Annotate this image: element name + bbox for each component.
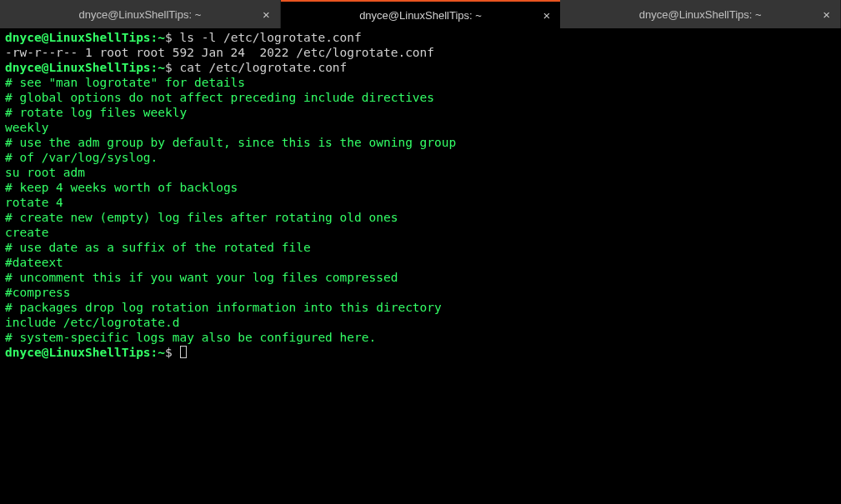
prompt-user-host: dnyce@LinuxShellTips xyxy=(5,61,151,74)
tab-title: dnyce@LinuxShellTips: ~ xyxy=(560,8,840,21)
file-content-block: # see "man logrotate" for details # glob… xyxy=(5,75,836,345)
file-line: # rotate log files weekly xyxy=(5,105,836,120)
file-line: #compress xyxy=(5,285,836,300)
tab-title: dnyce@LinuxShellTips: ~ xyxy=(0,8,280,21)
command-text xyxy=(173,61,180,74)
prompt-path: ~ xyxy=(158,61,165,74)
close-icon[interactable]: × xyxy=(542,7,553,23)
tab-bar: dnyce@LinuxShellTips: ~ × dnyce@LinuxShe… xyxy=(0,0,841,28)
prompt-line-2: dnyce@LinuxShellTips:~$ cat /etc/logrota… xyxy=(5,60,836,75)
tab-3[interactable]: dnyce@LinuxShellTips: ~ × xyxy=(560,0,841,28)
tab-2[interactable]: dnyce@LinuxShellTips: ~ × xyxy=(281,0,561,28)
file-line: rotate 4 xyxy=(5,195,836,210)
prompt-line-1: dnyce@LinuxShellTips:~$ ls -l /etc/logro… xyxy=(5,30,836,45)
tab-title: dnyce@LinuxShellTips: ~ xyxy=(281,9,561,22)
prompt-path: ~ xyxy=(158,346,165,359)
file-line: # see "man logrotate" for details xyxy=(5,75,836,90)
prompt-path: ~ xyxy=(158,31,165,44)
command-text xyxy=(173,31,180,44)
close-icon[interactable]: × xyxy=(821,7,832,22)
tab-1[interactable]: dnyce@LinuxShellTips: ~ × xyxy=(0,0,281,28)
prompt-line-3: dnyce@LinuxShellTips:~$ xyxy=(5,345,836,360)
file-line: weekly xyxy=(5,120,836,135)
file-line: # keep 4 weeks worth of backlogs xyxy=(5,180,836,195)
prompt-symbol: $ xyxy=(165,31,173,44)
close-icon[interactable]: × xyxy=(261,7,272,22)
ls-output: -rw-r--r-- 1 root root 592 Jan 24 2022 /… xyxy=(5,45,836,60)
terminal-body[interactable]: dnyce@LinuxShellTips:~$ ls -l /etc/logro… xyxy=(0,28,841,362)
file-line: # create new (empty) log files after rot… xyxy=(5,210,836,225)
prompt-user-host: dnyce@LinuxShellTips xyxy=(5,346,151,359)
file-line: # use the adm group by default, since th… xyxy=(5,135,836,150)
file-line: create xyxy=(5,225,836,240)
file-line: su root adm xyxy=(5,165,836,180)
file-line: # system-specific logs may also be confi… xyxy=(5,330,836,345)
file-line: # packages drop log rotation information… xyxy=(5,300,836,315)
file-line: # global options do not affect preceding… xyxy=(5,90,836,105)
prompt-symbol: $ xyxy=(165,346,173,359)
file-line: # uncomment this if you want your log fi… xyxy=(5,270,836,285)
prompt-user-host: dnyce@LinuxShellTips xyxy=(5,31,151,44)
command-text-1: ls -l /etc/logrotate.conf xyxy=(180,31,362,44)
command-text-2: cat /etc/logrotate.conf xyxy=(180,61,348,74)
file-line: # use date as a suffix of the rotated fi… xyxy=(5,240,836,255)
file-line: # of /var/log/syslog. xyxy=(5,150,836,165)
file-line: include /etc/logrotate.d xyxy=(5,315,836,330)
prompt-symbol: $ xyxy=(165,61,173,74)
cursor-icon xyxy=(180,346,187,358)
file-line: #dateext xyxy=(5,255,836,270)
command-text xyxy=(173,346,180,359)
